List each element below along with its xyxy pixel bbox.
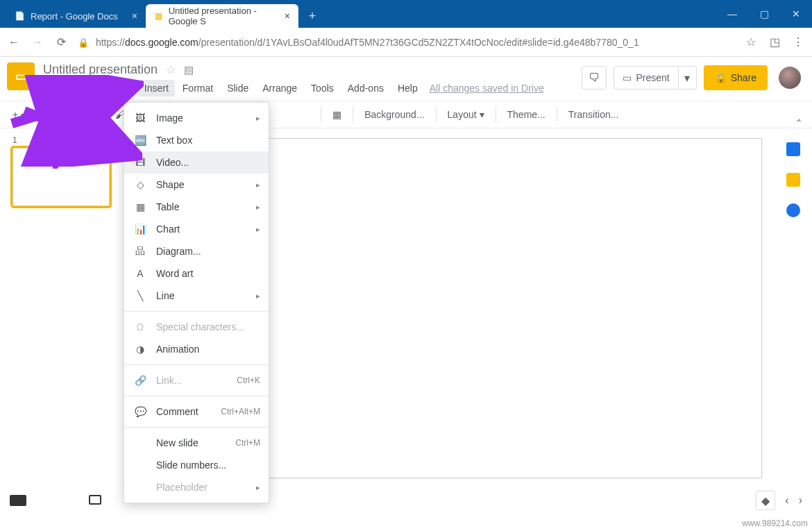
chevron-right-icon[interactable]: › (799, 494, 802, 507)
account-avatar[interactable] (779, 67, 801, 89)
tasks-icon[interactable] (786, 203, 800, 217)
workspace: 1 (0, 128, 812, 503)
menu-addons[interactable]: Add-ons (341, 80, 390, 96)
transition-button[interactable]: Transition... (563, 106, 625, 123)
menu-item-label: Slide numbers... (156, 460, 226, 471)
calendar-icon[interactable] (786, 142, 800, 156)
chrome-menu-icon[interactable]: ⋮ (791, 35, 805, 49)
menu-item-label: Table (156, 201, 179, 212)
close-window-button[interactable]: ✕ (780, 0, 812, 28)
doc-header: ▭ Untitled presentation ☆ ▤ File Edit Vi… (0, 57, 812, 96)
insert-menu-video[interactable]: 🎞Video... (124, 151, 269, 174)
url-scheme: https:// (96, 37, 125, 48)
present-label: Present (636, 72, 669, 83)
menu-help[interactable]: Help (391, 80, 424, 96)
submenu-arrow-icon: ▸ (256, 180, 260, 189)
theme-button[interactable]: Theme... (502, 106, 551, 123)
docs-favicon-icon: 📄 (14, 10, 25, 22)
close-icon[interactable]: × (285, 10, 290, 22)
menu-item-icon: ╲ (134, 290, 146, 301)
background-button[interactable]: Background... (359, 106, 430, 123)
minimize-button[interactable]: — (716, 0, 748, 28)
menu-view[interactable]: View (103, 80, 137, 96)
url-origin: docs.google.com (125, 37, 198, 48)
doc-title[interactable]: Untitled presentation (43, 62, 158, 77)
undo-button[interactable]: ↶ (42, 106, 61, 123)
collapse-toolbar-button[interactable]: ‸ (797, 107, 805, 122)
menu-arrange[interactable]: Arrange (256, 80, 303, 96)
menu-item-label: Line (156, 290, 174, 301)
insert-menu-text-box[interactable]: 🔤Text box (124, 129, 269, 151)
present-icon: ▭ (623, 72, 632, 83)
filmstrip-view-icon[interactable] (10, 495, 26, 506)
menu-item-label: Shape (156, 179, 184, 190)
reload-button[interactable]: ⟳ (54, 35, 68, 49)
menu-insert[interactable]: Insert (138, 80, 175, 96)
browser-toolbar: ← → ⟳ 🔒 https://docs.google.com/presenta… (0, 28, 812, 57)
menu-tools[interactable]: Tools (305, 80, 340, 96)
present-button[interactable]: ▭ Present (614, 66, 678, 90)
address-bar[interactable]: 🔒 https://docs.google.com/presentation/d… (78, 37, 734, 48)
browser-tab-slides[interactable]: ▦ Untitled presentation - Google S × (146, 4, 298, 28)
insert-menu-word-art[interactable]: AWord art (124, 262, 269, 285)
menu-item-label: Comment (156, 406, 198, 417)
watermark-text: www.989214.com (742, 519, 808, 528)
menu-item-icon: 🎞 (134, 157, 146, 168)
redo-button[interactable]: ↷ (64, 106, 83, 123)
extension-icon[interactable]: ◳ (768, 35, 781, 49)
menu-item-icon: 🔗 (134, 375, 146, 386)
layout-button[interactable]: Layout ▾ (442, 106, 490, 123)
insert-menu-line[interactable]: ╲Line▸ (124, 285, 269, 307)
menu-format[interactable]: Format (176, 80, 219, 96)
explore-button[interactable]: ◆ (756, 491, 775, 510)
menu-item-label: Image (156, 112, 183, 124)
menu-item-label: Animation (156, 344, 199, 355)
share-button[interactable]: 🔒 Share (704, 65, 768, 90)
new-slide-button[interactable]: + ▾ (7, 106, 30, 123)
menu-item-icon: 📊 (134, 224, 146, 235)
saved-indicator[interactable]: All changes saved in Drive (430, 83, 544, 94)
menu-item-label: Video... (156, 157, 189, 168)
side-panel (775, 128, 812, 503)
print-button[interactable]: 🖶 (86, 106, 107, 123)
thumbnail-rail: 1 (0, 128, 125, 503)
maximize-button[interactable]: ▢ (748, 0, 780, 28)
slides-logo-icon[interactable]: ▭ (7, 62, 35, 90)
insert-menu-slide-numbers[interactable]: Slide numbers... (124, 454, 269, 476)
menu-file[interactable]: File (43, 80, 71, 96)
star-icon[interactable]: ☆ (166, 63, 176, 76)
submenu-arrow-icon: ▸ (256, 114, 260, 123)
insert-menu-table[interactable]: ▦Table▸ (124, 196, 269, 218)
menu-item-icon: 🔤 (134, 135, 146, 146)
layout-grid-button[interactable]: ▦ (327, 106, 347, 123)
insert-menu-image[interactable]: 🖼Image▸ (124, 107, 269, 129)
back-button[interactable]: ← (7, 35, 21, 49)
browser-tab-docs[interactable]: 📄 Report - Google Docs × (6, 4, 146, 28)
star-bookmark-icon[interactable]: ☆ (744, 35, 758, 49)
insert-menu-shape[interactable]: ◇Shape▸ (124, 174, 269, 196)
new-tab-button[interactable]: + (303, 6, 322, 26)
menu-item-shortcut: Ctrl+K (237, 376, 260, 385)
insert-menu-special-characters: ΩSpecial characters... (124, 316, 269, 338)
insert-menu-chart[interactable]: 📊Chart▸ (124, 218, 269, 240)
present-dropdown[interactable]: ▾ (679, 66, 697, 90)
insert-menu-new-slide[interactable]: New slideCtrl+M (124, 432, 269, 454)
insert-menu-comment[interactable]: 💬CommentCtrl+Alt+M (124, 401, 269, 423)
toolbar: + ▾ ↶ ↷ 🖶 🖌 🔍 ▦ Background... Layout ▾ T… (0, 101, 812, 128)
comments-button[interactable]: 🗨 (582, 66, 607, 90)
menu-slide[interactable]: Slide (221, 80, 255, 96)
close-icon[interactable]: × (132, 10, 137, 22)
folder-icon[interactable]: ▤ (184, 64, 194, 76)
menu-item-label: New slide (156, 437, 198, 448)
slide-thumbnail-1[interactable] (12, 148, 110, 206)
browser-tabstrip: 📄 Report - Google Docs × ▦ Untitled pres… (0, 0, 812, 28)
forward-button[interactable]: → (31, 35, 44, 49)
grid-view-icon[interactable] (89, 495, 101, 505)
insert-menu-animation[interactable]: ◑Animation (124, 338, 269, 360)
menu-edit[interactable]: Edit (73, 80, 102, 96)
bottom-bar: ◆ ‹ › (0, 487, 812, 514)
url-path: /presentation/d/1YAvLBsOaf4l0udAfT5MN27t… (198, 37, 639, 48)
keep-icon[interactable] (786, 173, 800, 187)
insert-menu-diagram[interactable]: 品Diagram... (124, 240, 269, 262)
chevron-left-icon[interactable]: ‹ (785, 494, 788, 507)
